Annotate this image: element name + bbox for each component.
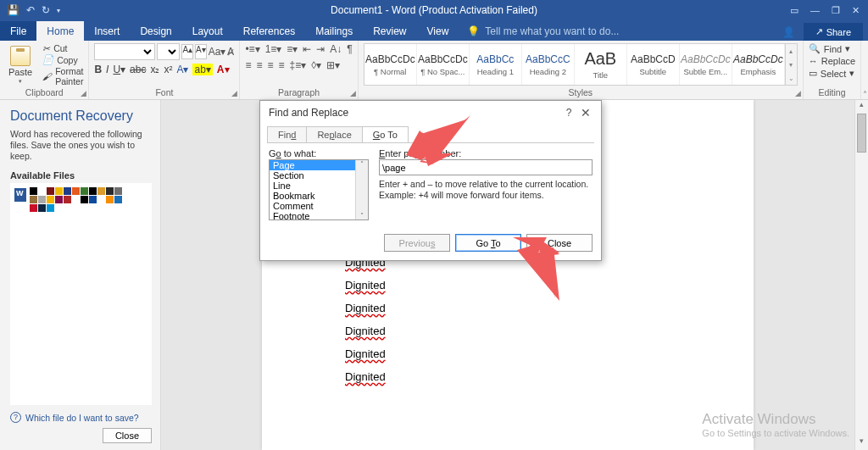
watermark-subtitle: Go to Settings to activate Windows. [702, 428, 849, 438]
change-case-button[interactable]: Aa▾ [209, 46, 226, 58]
align-left-button[interactable]: ≡ [245, 59, 251, 71]
dialog-launcher-icon[interactable]: ◢ [81, 89, 86, 97]
group-paragraph: •≡▾ 1≡▾ ≡▾ ⇤ ⇥ A↓ ¶ ≡ ≡ ≡ ≡ ‡≡▾ ◊▾ ⊞▾ Pa… [240, 41, 358, 99]
select-button[interactable]: ▭Select▾ [809, 68, 855, 79]
goto-item-footnote[interactable]: Footnote [270, 211, 368, 220]
text-effects-button[interactable]: A▾ [176, 64, 188, 75]
which-file-link[interactable]: ? Which file do I want to save? [10, 412, 152, 423]
tab-replace[interactable]: Replace [306, 126, 362, 142]
document-recovery-pane: Document Recovery Word has recovered the… [0, 100, 161, 450]
font-family-select[interactable] [94, 43, 155, 60]
show-marks-button[interactable]: ¶ [347, 43, 352, 55]
style-subtle-emphasis[interactable]: AaBbCcDcSubtle Em... [680, 44, 732, 85]
tab-references[interactable]: References [233, 21, 305, 41]
goto-item-bookmark[interactable]: Bookmark [270, 191, 368, 201]
tab-layout[interactable]: Layout [182, 21, 233, 41]
share-icon: ↗ [815, 26, 823, 37]
style-emphasis[interactable]: AaBbCcDcEmphasis [732, 44, 785, 85]
paste-button[interactable]: Paste ▾ [5, 44, 36, 86]
goto-hint: Enter + and – to move relative to the cu… [379, 179, 593, 201]
listbox-scrollbar[interactable]: ˄˅ [355, 160, 368, 219]
goto-button[interactable]: Go To [455, 234, 521, 252]
tab-insert[interactable]: Insert [84, 21, 130, 41]
shading-button[interactable]: ◊▾ [311, 59, 321, 71]
highlight-button[interactable]: ab▾ [192, 64, 212, 75]
account-icon[interactable]: 👤 [782, 26, 795, 38]
font-size-select[interactable] [157, 43, 180, 60]
shrink-font-button[interactable]: A▾ [195, 44, 207, 59]
italic-button[interactable]: I [106, 64, 108, 75]
clear-formatting-button[interactable]: A̷ [227, 46, 234, 58]
dialog-launcher-icon[interactable]: ◢ [231, 89, 237, 97]
goto-item-page[interactable]: Page [270, 160, 368, 170]
borders-button[interactable]: ⊞▾ [326, 59, 340, 71]
justify-button[interactable]: ≡ [278, 59, 284, 71]
strikethrough-button[interactable]: abc [130, 64, 146, 75]
style-heading-1[interactable]: AaBbCcHeading 1 [470, 44, 522, 85]
vertical-scrollbar[interactable]: ▴ ▾ [854, 100, 868, 450]
goto-item-line[interactable]: Line [270, 181, 368, 191]
style-no-spacing[interactable]: AaBbCcDc¶ No Spac... [417, 44, 470, 85]
scroll-up-icon[interactable]: ▴ [855, 100, 868, 114]
format-painter-button[interactable]: 🖌Format Painter [42, 66, 83, 86]
tab-find[interactable]: Find [267, 126, 307, 142]
cut-button[interactable]: ✂Cut [42, 43, 83, 53]
tab-home[interactable]: Home [36, 21, 84, 41]
dialog-launcher-icon[interactable]: ◢ [795, 89, 801, 97]
goto-what-listbox[interactable]: PageSectionLineBookmarkCommentFootnote˄˅ [269, 159, 369, 220]
font-color-button[interactable]: A▾ [217, 64, 230, 75]
tab-mailings[interactable]: Mailings [305, 21, 363, 41]
goto-item-section[interactable]: Section [270, 170, 368, 181]
copy-button[interactable]: 📄Copy [42, 54, 83, 65]
close-icon[interactable]: ✕ [577, 106, 594, 119]
group-label: Font [94, 87, 234, 99]
subscript-button[interactable]: x₂ [150, 64, 159, 75]
tab-review[interactable]: Review [363, 21, 416, 41]
dialog-launcher-icon[interactable]: ◢ [350, 89, 356, 97]
group-font: A▴ A▾ Aa▾ A̷ B I U▾ abc x₂ x² A▾ ab▾ A▾ … [89, 41, 240, 99]
share-button[interactable]: ↗ Share [804, 23, 863, 41]
document-line[interactable]: Dignited [345, 370, 754, 383]
available-files-list[interactable] [10, 183, 152, 405]
align-center-button[interactable]: ≡ [256, 59, 262, 71]
document-line[interactable]: Dignited [345, 347, 754, 360]
annotation-arrow-goto [513, 237, 572, 301]
style-title[interactable]: AaBTitle [575, 44, 627, 85]
tell-me-search[interactable]: 💡 Tell me what you want to do... [459, 22, 627, 41]
superscript-button[interactable]: x² [164, 64, 172, 75]
underline-button[interactable]: U▾ [113, 64, 125, 75]
styles-scroll[interactable]: ▴▾⌄ [786, 43, 798, 86]
help-icon[interactable]: ? [560, 107, 577, 119]
collapse-ribbon-icon[interactable]: ˄ [861, 41, 868, 99]
recovered-file-item[interactable] [14, 187, 147, 212]
grow-font-button[interactable]: A▴ [181, 44, 193, 59]
scroll-down-icon[interactable]: ▾ [855, 436, 868, 450]
recovery-close-button[interactable]: Close [103, 428, 152, 443]
increase-indent-button[interactable]: ⇥ [316, 43, 325, 55]
annotation-arrow-input [394, 115, 470, 166]
window-title: Document1 - Word (Product Activation Fai… [0, 4, 868, 16]
style-normal[interactable]: AaBbCcDc¶ Normal [364, 44, 417, 85]
scroll-thumb[interactable] [857, 114, 866, 153]
document-line[interactable]: Dignited [345, 302, 754, 314]
replace-button[interactable]: ↔Replace [809, 56, 855, 66]
bullets-button[interactable]: •≡▾ [245, 43, 259, 55]
document-line[interactable]: Dignited [345, 325, 754, 337]
numbering-button[interactable]: 1≡▾ [265, 43, 282, 55]
find-button[interactable]: 🔍Find▾ [809, 43, 855, 54]
decrease-indent-button[interactable]: ⇤ [303, 43, 311, 55]
multilevel-button[interactable]: ≡▾ [287, 43, 298, 55]
bold-button[interactable]: B [94, 64, 102, 75]
tab-file[interactable]: File [0, 21, 36, 41]
tab-view[interactable]: View [417, 21, 459, 41]
group-label: Clipboard [5, 87, 83, 99]
line-spacing-button[interactable]: ‡≡▾ [289, 59, 306, 71]
tab-design[interactable]: Design [130, 21, 181, 41]
style-subtitle[interactable]: AaBbCcDSubtitle [627, 44, 680, 85]
align-right-button[interactable]: ≡ [267, 59, 273, 71]
styles-gallery[interactable]: AaBbCcDc¶ Normal AaBbCcDc¶ No Spac... Aa… [364, 43, 786, 86]
sort-button[interactable]: A↓ [330, 43, 342, 55]
style-heading-2[interactable]: AaBbCcCHeading 2 [522, 44, 575, 85]
share-label: Share [826, 27, 851, 37]
goto-item-comment[interactable]: Comment [270, 201, 368, 211]
